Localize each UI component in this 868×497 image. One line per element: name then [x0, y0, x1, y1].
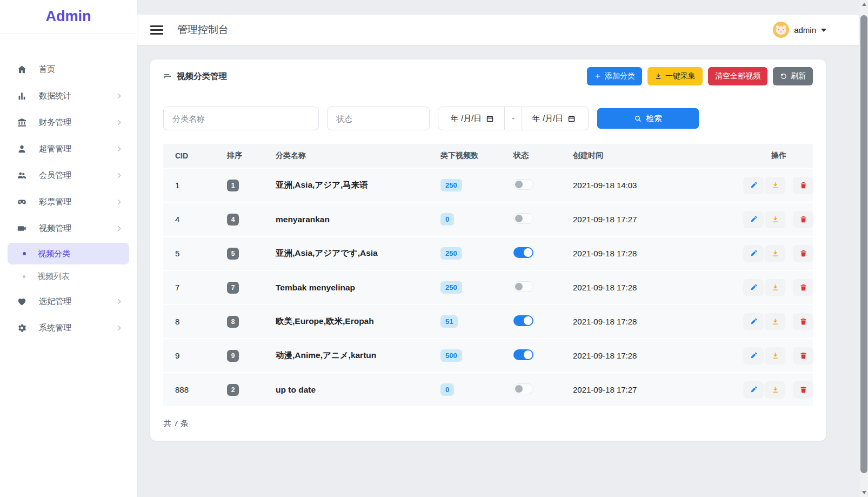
home-icon — [16, 64, 27, 75]
sidebar-item[interactable]: 系统管理 — [0, 315, 137, 341]
cell-created-time: 2021-09-18 17:27 — [573, 385, 743, 394]
delete-button[interactable] — [793, 347, 813, 365]
sidebar-item[interactable]: 彩票管理 — [0, 189, 137, 215]
delete-button[interactable] — [793, 245, 813, 262]
chevron-right-icon — [116, 324, 123, 332]
sidebar-item[interactable]: 选妃管理 — [0, 288, 137, 315]
vertical-scrollbar[interactable] — [859, 0, 868, 497]
one-click-collect-button[interactable]: 一键采集 — [647, 67, 703, 85]
table-row: 9 9 动漫,Anime,アニメ,kartun 500 2021-09-18 1… — [163, 339, 813, 372]
end-date-input[interactable]: 年 /月/日 — [519, 107, 589, 130]
delete-button[interactable] — [793, 313, 813, 330]
cell-category-name: 亚洲,Asia,アジア,马来语 — [276, 180, 440, 191]
collect-row-button[interactable] — [765, 381, 785, 399]
chevron-right-icon — [116, 145, 123, 153]
sort-badge: 9 — [227, 350, 239, 362]
status-toggle[interactable] — [513, 383, 533, 394]
collect-row-button[interactable] — [765, 279, 785, 296]
hamburger-icon[interactable] — [150, 25, 163, 35]
cell-category-name: 亚洲,Asia,アジアです,Asia — [276, 248, 440, 259]
calendar-icon[interactable] — [486, 115, 494, 123]
delete-button[interactable] — [793, 211, 813, 228]
user-icon — [16, 144, 27, 155]
edit-button[interactable] — [743, 381, 764, 399]
delete-button[interactable] — [793, 279, 813, 296]
page-title: 管理控制台 — [177, 23, 229, 37]
table-body: 1 1 亚洲,Asia,アジア,马来语 250 2021-09-18 14:03… — [163, 169, 813, 406]
sidebar-subitem[interactable]: 视频分类 — [8, 243, 129, 264]
collect-row-button[interactable] — [765, 177, 785, 194]
sort-badge: 7 — [227, 282, 239, 294]
clear-all-videos-button[interactable]: 清空全部视频 — [708, 67, 767, 85]
sort-badge: 1 — [227, 180, 239, 191]
col-name: 分类名称 — [276, 151, 440, 161]
gear-icon — [16, 323, 27, 334]
collect-row-button[interactable] — [765, 245, 785, 262]
list-icon — [163, 72, 172, 81]
heart-icon — [16, 296, 27, 307]
table-row: 1 1 亚洲,Asia,アジア,马来语 250 2021-09-18 14:03 — [163, 169, 813, 202]
video-count-badge: 0 — [440, 213, 454, 226]
scroll-up-arrow[interactable] — [859, 0, 868, 9]
table-row: 8 8 欧美,Europe,欧米,Eropah 51 2021-09-18 17… — [163, 305, 813, 338]
category-name-input[interactable] — [163, 107, 319, 130]
search-button[interactable]: 检索 — [597, 108, 699, 129]
sidebar-item[interactable]: 财务管理 — [0, 109, 137, 136]
delete-button[interactable] — [793, 177, 813, 194]
scrollbar-thumb[interactable] — [860, 15, 867, 473]
delete-button[interactable] — [793, 381, 813, 399]
collect-row-button[interactable] — [765, 211, 785, 228]
video-count-badge: 250 — [440, 247, 462, 260]
scroll-down-arrow[interactable] — [859, 488, 868, 497]
status-toggle[interactable] — [513, 349, 533, 360]
user-menu[interactable]: admin — [773, 22, 839, 38]
collect-row-button[interactable] — [765, 313, 785, 330]
add-category-button[interactable]: 添加分类 — [587, 67, 642, 85]
edit-button[interactable] — [743, 347, 764, 365]
refresh-button[interactable]: 刷新 — [773, 67, 813, 85]
calendar-icon[interactable] — [567, 115, 576, 123]
date-range-group: 年 /月/日 - 年 /月/日 — [438, 107, 589, 130]
cell-created-time: 2021-09-18 17:28 — [573, 351, 743, 360]
status-toggle[interactable] — [513, 179, 533, 190]
status-toggle[interactable] — [513, 247, 533, 258]
sidebar-subitem[interactable]: 视频列表 — [8, 266, 129, 287]
cell-created-time: 2021-09-18 17:27 — [573, 215, 743, 224]
sort-badge: 2 — [227, 384, 239, 396]
header-buttons: 添加分类 一键采集 清空全部视频 刷新 — [587, 67, 813, 85]
sidebar-item[interactable]: 首页 — [0, 56, 137, 83]
chevron-right-icon — [116, 92, 123, 100]
start-date-input[interactable]: 年 /月/日 — [438, 107, 507, 130]
sidebar-item[interactable]: 视频管理 — [0, 215, 137, 242]
chevron-right-icon — [116, 198, 123, 206]
status-select[interactable] — [327, 107, 430, 130]
edit-button[interactable] — [743, 279, 764, 296]
col-created: 创建时间 — [573, 151, 743, 161]
sidebar-item[interactable]: 数据统计 — [0, 83, 137, 109]
sort-badge: 4 — [227, 214, 239, 226]
total-count: 共 7 条 — [150, 407, 826, 440]
sidebar-item-label: 首页 — [39, 64, 55, 75]
sidebar-item[interactable]: 会员管理 — [0, 162, 137, 189]
edit-button[interactable] — [743, 313, 764, 330]
sidebar-item-label: 财务管理 — [39, 117, 71, 128]
chevron-right-icon — [116, 225, 123, 232]
bank-icon — [16, 117, 27, 128]
cell-category-name: 欧美,Europe,欧米,Eropah — [276, 316, 440, 327]
collect-row-button[interactable] — [765, 347, 785, 365]
edit-button[interactable] — [743, 177, 764, 194]
date-range-separator: - — [504, 107, 522, 130]
edit-button[interactable] — [743, 245, 764, 262]
table-row: 5 5 亚洲,Asia,アジアです,Asia 250 2021-09-18 17… — [163, 237, 813, 270]
caret-down-icon — [821, 29, 826, 32]
video-count-badge: 250 — [440, 179, 462, 191]
category-table: CID 排序 分类名称 类下视频数 状态 创建时间 操作 1 1 亚洲,Asia… — [163, 144, 813, 406]
sidebar: Admin 首页数据统计财务管理超管管理会员管理彩票管理视频管理视频分类视频列表… — [0, 0, 137, 497]
sidebar-item[interactable]: 超管管理 — [0, 136, 137, 162]
status-toggle[interactable] — [513, 213, 533, 224]
status-toggle[interactable] — [513, 281, 533, 292]
edit-button[interactable] — [743, 211, 764, 228]
table-row: 888 2 up to date 0 2021-09-18 17:27 — [163, 373, 813, 406]
status-toggle[interactable] — [513, 315, 533, 326]
user-name: admin — [794, 25, 816, 35]
